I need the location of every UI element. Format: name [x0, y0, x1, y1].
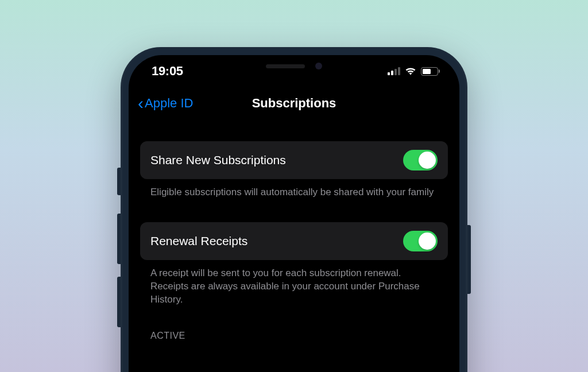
toggle-knob: [419, 152, 436, 169]
cellular-signal-icon: [388, 67, 400, 75]
navigation-bar: ‹ Apple ID Subscriptions: [129, 87, 459, 119]
share-subscriptions-row: Share New Subscriptions: [140, 141, 448, 179]
phone-screen: 19:05: [129, 55, 459, 372]
chevron-left-icon: ‹: [138, 95, 144, 112]
front-camera: [315, 63, 322, 69]
share-subscriptions-footer: Eligible subscriptions will automaticall…: [140, 179, 448, 199]
renewal-receipts-row: Renewal Receipts: [140, 222, 448, 260]
settings-content: Share New Subscriptions Eligible subscri…: [129, 119, 459, 341]
share-subscriptions-label: Share New Subscriptions: [150, 153, 286, 167]
speaker-grille: [266, 64, 305, 68]
side-button: [467, 225, 471, 294]
phone-device-frame: 19:05: [121, 47, 467, 372]
toggle-knob: [419, 232, 436, 250]
wifi-icon: [404, 67, 417, 76]
back-label: Apple ID: [145, 96, 193, 111]
status-indicators: [388, 67, 440, 76]
active-section-header: ACTIVE: [140, 331, 448, 341]
device-notch: [216, 55, 372, 77]
status-time: 19:05: [152, 64, 183, 79]
renewal-receipts-label: Renewal Receipts: [150, 234, 247, 248]
battery-icon: [421, 67, 440, 76]
share-subscriptions-toggle[interactable]: [403, 150, 438, 170]
renewal-receipts-footer: A receipt will be sent to you for each s…: [140, 260, 448, 307]
page-title: Subscriptions: [252, 96, 336, 111]
back-button[interactable]: ‹ Apple ID: [138, 95, 193, 112]
renewal-receipts-toggle[interactable]: [403, 231, 438, 251]
